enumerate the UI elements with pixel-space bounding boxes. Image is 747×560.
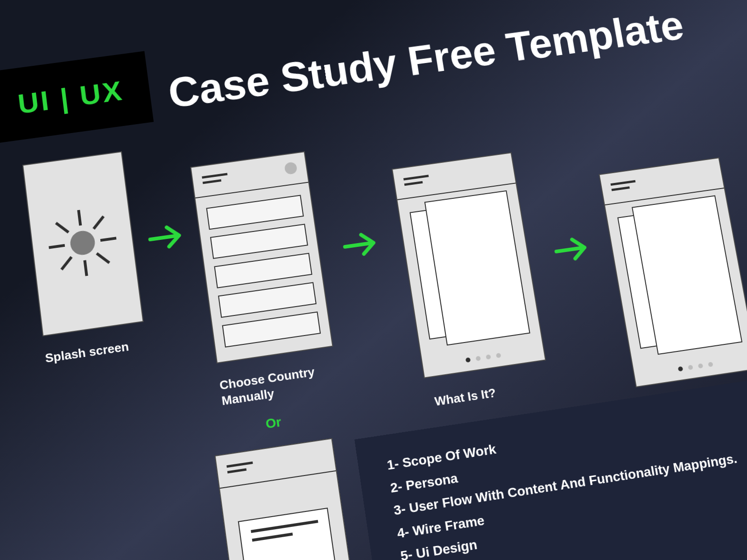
tilted-stage: UI | UX Case Study Free Template Splash …	[0, 0, 747, 560]
caption-choose-country: Choose Country Manually	[218, 364, 317, 408]
toc-panel: 1- Scope Of Work 2- Persona 3- User Flow…	[354, 364, 747, 560]
caption-what-is-it: What Is It?	[434, 385, 497, 409]
wireframe-splash	[22, 151, 144, 336]
canvas: UI | UX Case Study Free Template Splash …	[0, 0, 747, 560]
toc-list: 1- Scope Of Work 2- Persona 3- User Flow…	[385, 403, 747, 560]
arrow-icon	[549, 231, 595, 268]
logo-badge: UI | UX	[0, 51, 154, 143]
wireframe-choose-country-auto	[215, 438, 362, 560]
arrow-icon	[338, 226, 384, 264]
wireframe-what-is-it	[392, 152, 546, 378]
arrow-icon	[143, 218, 190, 256]
caption-or: Or	[265, 414, 282, 432]
wireframe-choose-country	[190, 151, 333, 364]
caption-splash: Splash screen	[44, 339, 130, 366]
page-title: Case Study Free Template	[166, 2, 687, 117]
logo-text: UI | UX	[16, 74, 125, 120]
wireframe-notification	[599, 157, 747, 387]
